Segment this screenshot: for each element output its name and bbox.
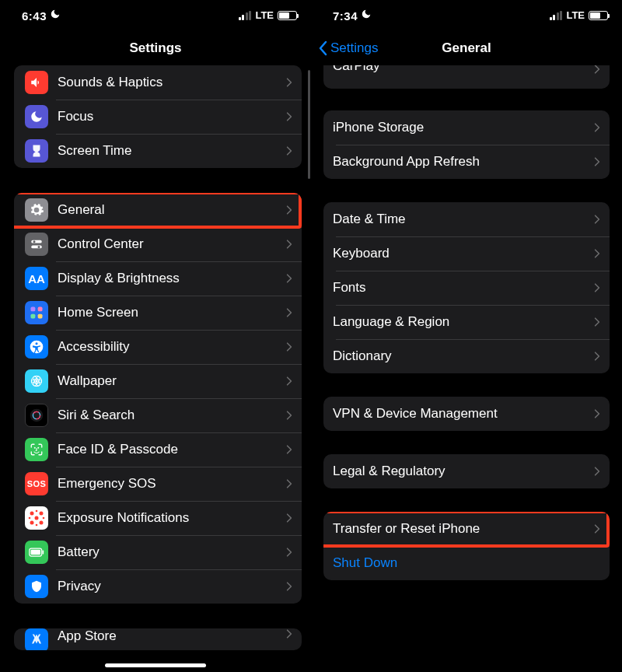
status-bar: 7:34 LTE	[311, 0, 622, 31]
svg-point-27	[43, 517, 45, 520]
exposure-icon	[25, 506, 48, 530]
row-legal[interactable]: Legal & Regulatory	[323, 454, 610, 488]
row-focus[interactable]: Focus	[14, 100, 302, 134]
svg-point-23	[30, 521, 34, 525]
svg-point-3	[38, 246, 40, 248]
row-storage[interactable]: iPhone Storage	[323, 110, 610, 145]
row-fonts[interactable]: Fonts	[323, 271, 610, 305]
chevron-right-icon	[594, 122, 600, 133]
home-indicator[interactable]	[105, 663, 206, 667]
focus-icon	[25, 105, 48, 128]
row-label: Screen Time	[58, 143, 286, 159]
row-wallpaper[interactable]: Wallpaper	[14, 364, 302, 398]
row-display[interactable]: AADisplay & Brightness	[14, 261, 302, 296]
chevron-right-icon	[594, 317, 600, 327]
back-label: Settings	[330, 40, 378, 56]
row-screentime[interactable]: Screen Time	[14, 134, 302, 168]
chevron-right-icon	[594, 282, 600, 293]
svg-point-22	[40, 512, 44, 516]
row-label: Background App Refresh	[333, 154, 594, 170]
row-sos[interactable]: SOSEmergency SOS	[14, 467, 302, 501]
svg-point-25	[35, 516, 39, 520]
chevron-right-icon	[286, 77, 292, 88]
row-label: App Store	[58, 628, 286, 644]
settings-screen: 6:43 LTE Settings Sounds & HapticsFocusS…	[0, 0, 311, 672]
battery-icon	[25, 541, 48, 564]
row-general[interactable]: General	[14, 193, 302, 227]
row-lang[interactable]: Language & Region	[323, 305, 610, 339]
row-label: Exposure Notifications	[58, 510, 286, 526]
row-appstore[interactable]: App Store	[14, 628, 302, 650]
svg-rect-5	[38, 307, 43, 312]
row-label: Accessibility	[58, 339, 286, 355]
chevron-right-icon	[286, 444, 292, 455]
page-title: Settings	[0, 31, 311, 65]
chevron-right-icon	[594, 408, 600, 419]
chevron-right-icon	[594, 156, 600, 167]
row-exposure[interactable]: Exposure Notifications	[14, 501, 302, 535]
chevron-right-icon	[286, 513, 292, 523]
settings-list: Sounds & HapticsFocusScreen TimeGeneralC…	[0, 65, 311, 650]
back-button[interactable]: Settings	[319, 31, 378, 65]
row-control[interactable]: Control Center	[14, 227, 302, 261]
battery-icon	[589, 11, 608, 20]
signal-icon	[239, 11, 252, 20]
row-label: Fonts	[333, 280, 594, 296]
scroll-indicator[interactable]	[308, 70, 310, 179]
row-label: Keyboard	[333, 246, 594, 261]
chevron-right-icon	[594, 214, 600, 225]
row-carplay[interactable]: CarPlay	[323, 65, 610, 89]
row-siri[interactable]: Siri & Search	[14, 398, 302, 432]
sos-icon: SOS	[25, 472, 48, 495]
home-icon	[25, 301, 48, 324]
chevron-right-icon	[286, 341, 292, 352]
row-home[interactable]: Home Screen	[14, 296, 302, 330]
row-vpn[interactable]: VPN & Device Management	[323, 397, 610, 431]
svg-rect-6	[31, 314, 36, 319]
chevron-right-icon	[594, 523, 600, 534]
status-bar: 6:43 LTE	[0, 0, 311, 31]
row-reset[interactable]: Transfer or Reset iPhone	[323, 512, 610, 546]
row-access[interactable]: Accessibility	[14, 330, 302, 364]
screentime-icon	[25, 139, 48, 163]
sounds-icon	[25, 71, 48, 94]
row-keyboard[interactable]: Keyboard	[323, 236, 610, 271]
siri-icon	[25, 404, 48, 427]
row-label: Emergency SOS	[58, 476, 286, 492]
row-sounds[interactable]: Sounds & Haptics	[14, 65, 302, 100]
svg-rect-1	[31, 246, 42, 249]
appstore-icon	[25, 628, 48, 650]
row-label: Date & Time	[333, 212, 594, 227]
chevron-right-icon	[286, 205, 292, 215]
chevron-right-icon	[286, 547, 292, 558]
row-label: Home Screen	[58, 305, 286, 320]
row-bg[interactable]: Background App Refresh	[323, 145, 610, 179]
row-shutdown[interactable]: Shut Down	[323, 546, 610, 580]
row-label: Face ID & Passcode	[58, 442, 286, 457]
row-battery[interactable]: Battery	[14, 535, 302, 569]
status-time: 6:43	[22, 9, 47, 23]
svg-point-18	[34, 447, 36, 449]
display-icon: AA	[25, 267, 48, 290]
chevron-right-icon	[286, 628, 292, 639]
chevron-right-icon	[594, 65, 600, 75]
row-label: Control Center	[58, 236, 286, 252]
battery-icon	[278, 11, 297, 20]
row-label: Transfer or Reset iPhone	[333, 521, 594, 537]
row-label: CarPlay	[333, 65, 594, 74]
row-faceid[interactable]: Face ID & Passcode	[14, 432, 302, 467]
chevron-right-icon	[594, 351, 600, 362]
chevron-right-icon	[594, 248, 600, 259]
general-icon	[25, 198, 48, 222]
chevron-right-icon	[286, 581, 292, 592]
svg-point-19	[37, 447, 39, 449]
chevron-right-icon	[286, 145, 292, 156]
row-privacy[interactable]: Privacy	[14, 569, 302, 604]
row-label: Wallpaper	[58, 373, 286, 389]
row-datetime[interactable]: Date & Time	[323, 202, 610, 236]
row-label: Privacy	[58, 579, 286, 594]
row-dict[interactable]: Dictionary	[323, 339, 610, 373]
row-label: Battery	[58, 544, 286, 560]
svg-point-26	[29, 517, 31, 520]
svg-rect-0	[31, 240, 42, 243]
